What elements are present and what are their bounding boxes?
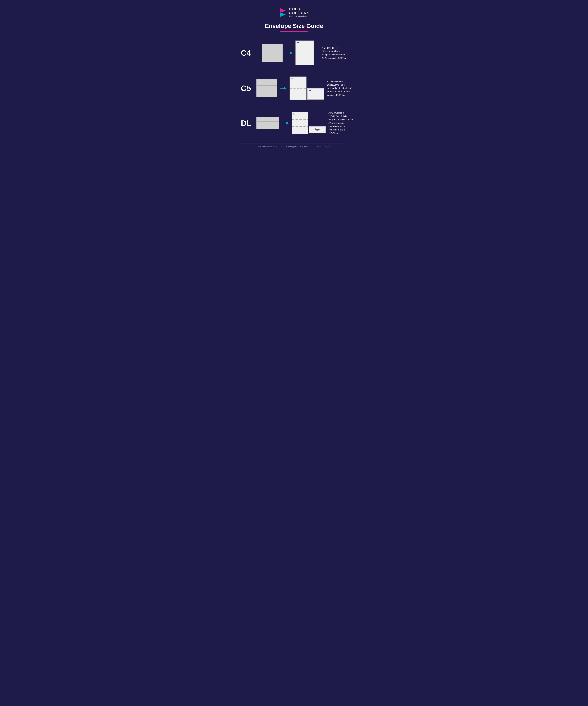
c4-diagram: A4 bbox=[256, 41, 319, 65]
logo-text: BOLD COLOURS Stationery Specialists bbox=[289, 7, 309, 17]
svg-marker-4 bbox=[290, 52, 293, 54]
logo-container: BOLD COLOURS Stationery Specialists bbox=[279, 7, 309, 17]
title-section: Envelope Size Guide bbox=[235, 23, 353, 32]
footer-email: support@boldcolours.co.uk bbox=[286, 146, 308, 148]
dl-label: DL bbox=[241, 118, 256, 128]
c4-label: C4 bbox=[241, 48, 256, 57]
c5-a5-paper: A5 bbox=[307, 88, 324, 100]
c4-a4-paper: A4 bbox=[295, 41, 314, 65]
footer-phone: 0113 279 5812 bbox=[318, 146, 330, 148]
footer-website: www.boldcolours.co.uk bbox=[258, 146, 277, 148]
c4-envelope-flap bbox=[262, 44, 283, 50]
logo-colours-text: COLOURS bbox=[289, 11, 309, 15]
dl-section: DL A4 Com bbox=[235, 106, 353, 141]
dl-a4-paper: A4 bbox=[292, 112, 308, 134]
page-title: Envelope Size Guide bbox=[235, 23, 353, 29]
dl-description: A DL envelope is 210x297mm This is desig… bbox=[329, 111, 354, 135]
c5-fold-line bbox=[290, 88, 306, 88]
c5-arrow bbox=[280, 86, 287, 90]
svg-marker-8 bbox=[286, 122, 289, 124]
c5-envelope-flap bbox=[257, 79, 277, 86]
c4-description: A C4 envelope is 229x324mm This is desig… bbox=[322, 46, 347, 60]
dl-fold-line-2 bbox=[292, 126, 308, 127]
c5-paper-label-a5: A5 bbox=[309, 89, 311, 91]
page: BOLD COLOURS Stationery Specialists Enve… bbox=[235, 0, 353, 706]
c4-section: C4 A4 A C4 envelope is 229x324mm This is… bbox=[235, 35, 353, 71]
footer: www.boldcolours.co.uk / support@boldcolo… bbox=[241, 143, 347, 148]
logo-bold-text: BOLD bbox=[289, 7, 309, 11]
c5-section: C5 A4 A5 bbox=[235, 71, 353, 106]
c5-a4-paper: A4 bbox=[290, 77, 306, 100]
c5-paper-label-a4: A4 bbox=[291, 78, 293, 79]
svg-marker-6 bbox=[284, 87, 287, 89]
dl-diagram: A4 Comp.Slip bbox=[256, 112, 326, 134]
c5-description: A C5 envelope is 162x229mm This is desig… bbox=[327, 80, 352, 97]
c4-paper-label: A4 bbox=[297, 42, 299, 43]
title-underline bbox=[280, 31, 308, 32]
dl-comp-slip-label: Comp.Slip bbox=[315, 128, 320, 131]
logo-icon bbox=[279, 8, 287, 16]
c5-label: C5 bbox=[241, 84, 256, 93]
svg-marker-0 bbox=[280, 8, 286, 13]
dl-comp-slip: Comp.Slip bbox=[309, 126, 326, 133]
c5-diagram: A4 A5 bbox=[256, 77, 324, 100]
c4-envelope-shape bbox=[262, 44, 283, 62]
dl-envelope-flap bbox=[257, 117, 279, 122]
header: BOLD COLOURS Stationery Specialists bbox=[235, 6, 353, 18]
dl-fold-line-1 bbox=[292, 119, 308, 120]
dl-arrow bbox=[282, 121, 289, 125]
c5-envelope-shape bbox=[256, 79, 277, 97]
footer-sep-1: / bbox=[281, 146, 282, 148]
c4-arrow bbox=[286, 51, 293, 55]
dl-envelope-shape bbox=[256, 117, 279, 129]
logo-subtitle: Stationery Specialists bbox=[289, 15, 309, 17]
dl-paper-label-a4: A4 bbox=[293, 113, 295, 115]
footer-sep-2: / bbox=[312, 146, 313, 148]
